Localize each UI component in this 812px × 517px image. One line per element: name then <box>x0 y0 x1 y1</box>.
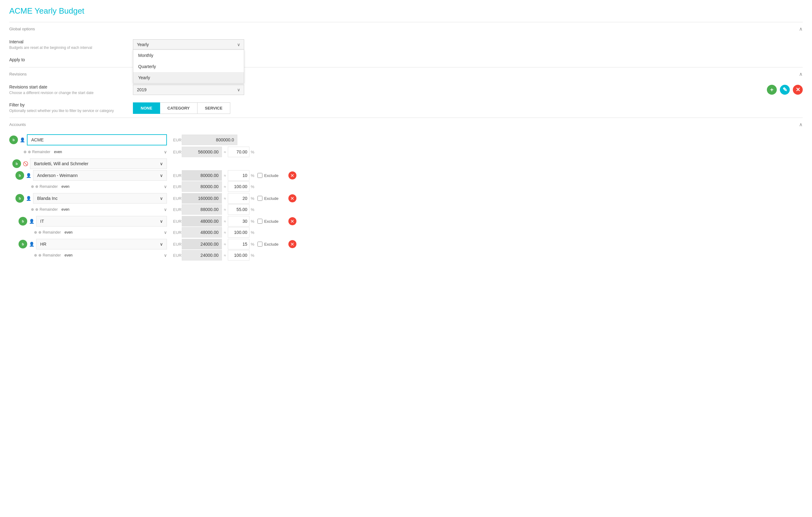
blanda-percent[interactable]: 20 <box>228 193 250 203</box>
hr-exclude-checkbox[interactable] <box>258 242 262 247</box>
it-badge: b <box>19 217 27 225</box>
blanda-row: b 👤 Blanda Inc ∨ EUR 160000.00 ≈ 20 % Ex… <box>9 193 803 203</box>
anderson-delete-container: ✕ <box>288 171 296 180</box>
interval-dropdown-menu: Monthly Quarterly Yearly <box>133 50 244 84</box>
blanda-currency: EUR <box>173 196 182 201</box>
revisions-chevron[interactable]: ∧ <box>799 71 803 77</box>
interval-option-monthly[interactable]: Monthly <box>133 50 244 61</box>
blanda-sub-approx: ≈ <box>224 207 226 212</box>
hr-remainder-label: Remainder <box>42 253 61 257</box>
it-account-name[interactable]: IT ∨ <box>36 216 167 226</box>
blanda-left: b 👤 Blanda Inc ∨ <box>16 193 167 203</box>
interval-label-col: Interval Budgets are reset at the beginn… <box>9 39 127 50</box>
it-remainder-arrow[interactable]: ∨ <box>164 230 167 235</box>
main-account-row: b 👤 EUR 800000.0 <box>9 134 803 145</box>
anderson-name-text: Anderson - Weimann <box>37 173 78 178</box>
it-exclude-group: Exclude <box>258 219 285 224</box>
filter-by-field-row: Filter by Optionally select whether you … <box>9 99 803 117</box>
main-account-input[interactable] <box>27 134 167 145</box>
edit-revision-button[interactable]: ✎ <box>780 85 790 95</box>
it-sub-icon-2: ⊕ <box>38 230 41 235</box>
main-account-amount: 800000.0 <box>182 135 237 145</box>
anderson-sub-icon-2: ⊕ <box>35 184 38 189</box>
blanda-sub-percent[interactable]: 55.00 <box>228 204 250 215</box>
blanda-exclude-label: Exclude <box>264 196 279 201</box>
apply-to-label-col: Apply to <box>9 57 127 63</box>
main-account-left: b 👤 <box>9 134 167 145</box>
interval-option-quarterly[interactable]: Quarterly <box>133 61 244 72</box>
hr-account-name[interactable]: HR ∨ <box>36 239 167 249</box>
sub-icon-1: ⊕ <box>24 150 27 154</box>
it-delete-button[interactable]: ✕ <box>288 217 296 225</box>
hr-percent[interactable]: 15 <box>228 239 250 249</box>
anderson-approx: ≈ <box>224 173 226 178</box>
hr-left: b 👤 HR ∨ <box>19 239 167 249</box>
delete-revision-button[interactable]: ✕ <box>793 85 803 95</box>
hr-name-text: HR <box>40 242 46 247</box>
sub-percent-main[interactable]: 70.00 <box>228 147 250 157</box>
blanda-delete-container: ✕ <box>288 194 296 202</box>
anderson-exclude-checkbox[interactable] <box>258 173 262 178</box>
anderson-account-name[interactable]: Anderson - Weimann ∨ <box>33 170 167 181</box>
global-options-chevron[interactable]: ∧ <box>799 26 803 32</box>
blanda-exclude-checkbox[interactable] <box>258 196 262 201</box>
it-percent[interactable]: 30 <box>228 216 250 226</box>
blanda-sub-percent-symbol: % <box>251 207 254 212</box>
interval-field-row: Interval Budgets are reset at the beginn… <box>9 35 803 54</box>
bartoletti-account-name[interactable]: Bartoletti, Will and Schmeler ∨ <box>30 158 167 169</box>
sub-icon-2: ⊕ <box>28 150 31 154</box>
hr-percent-symbol: % <box>251 242 254 247</box>
add-revision-button[interactable]: + <box>767 85 777 95</box>
accounts-chevron[interactable]: ∧ <box>799 121 803 128</box>
blanda-icon: 👤 <box>26 196 31 201</box>
main-account-sub-right: EUR 560000.00 ≈ 70.00 % <box>173 147 254 157</box>
filter-service-button[interactable]: SERVICE <box>198 102 230 114</box>
page-container: ACME Yearly Budget Global options ∧ Inte… <box>0 0 812 268</box>
hr-approx: ≈ <box>224 242 226 247</box>
main-account-badge: b <box>9 136 18 144</box>
blanda-account-name[interactable]: Blanda Inc ∨ <box>33 193 167 203</box>
interval-dropdown[interactable]: Yearly ∨ <box>133 39 244 50</box>
it-exclude-checkbox[interactable] <box>258 219 262 224</box>
filter-none-button[interactable]: NONE <box>133 102 160 114</box>
anderson-exclude-group: Exclude <box>258 173 285 178</box>
anderson-percent[interactable]: 10 <box>228 170 250 181</box>
hr-currency: EUR <box>173 242 182 247</box>
global-options-section: Global options ∧ <box>9 22 803 35</box>
interval-option-yearly[interactable]: Yearly <box>133 72 244 83</box>
anderson-currency: EUR <box>173 173 182 178</box>
anderson-sub-percent[interactable]: 100.00 <box>228 181 250 192</box>
anderson-sub-currency: EUR <box>173 184 182 189</box>
accounts-section-header: Accounts ∧ <box>9 117 803 131</box>
interval-control: Yearly ∨ Monthly Quarterly Yearly <box>133 39 244 50</box>
anderson-exclude-label: Exclude <box>264 173 279 178</box>
anderson-sub-right: EUR 80000.00 ≈ 100.00 % <box>173 181 254 192</box>
it-sub-percent[interactable]: 100.00 <box>228 227 250 238</box>
anderson-amount: 80000.00 <box>182 170 222 181</box>
main-account-person-icon: 👤 <box>20 137 25 142</box>
blanda-amount: 160000.00 <box>182 193 222 203</box>
it-percent-symbol: % <box>251 219 254 224</box>
filter-by-desc: Optionally select whether you like to fi… <box>9 109 127 113</box>
hr-remainder-arrow[interactable]: ∨ <box>164 253 167 258</box>
it-delete-container: ✕ <box>288 217 296 225</box>
hr-sub-percent[interactable]: 100.00 <box>228 250 250 261</box>
hr-sub-left: ⊕ ⊕ Remainder even ∨ <box>34 253 167 258</box>
anderson-remainder-arrow[interactable]: ∨ <box>164 184 167 189</box>
blanda-delete-button[interactable]: ✕ <box>288 194 296 202</box>
filter-by-label-col: Filter by Optionally select whether you … <box>9 102 127 113</box>
apply-to-field-row: Apply to <box>9 54 803 67</box>
filter-category-button[interactable]: CATEGORY <box>160 102 198 114</box>
it-sub-approx: ≈ <box>224 230 226 235</box>
anderson-delete-button[interactable]: ✕ <box>288 171 296 180</box>
sub-approx-main: ≈ <box>224 150 226 154</box>
blanda-remainder-label: Remainder <box>39 207 58 212</box>
revisions-year-dropdown[interactable]: 2019 ∨ <box>133 84 244 95</box>
main-account-sub-left: ⊕ ⊕ Remainder even ∨ <box>24 149 167 154</box>
blanda-approx: ≈ <box>224 196 226 201</box>
hr-delete-button[interactable]: ✕ <box>288 240 296 248</box>
sub-remainder-arrow-main[interactable]: ∨ <box>164 149 167 154</box>
it-sub-icon-1: ⊕ <box>34 230 37 235</box>
interval-selected: Yearly <box>137 42 149 47</box>
blanda-remainder-arrow[interactable]: ∨ <box>164 207 167 212</box>
